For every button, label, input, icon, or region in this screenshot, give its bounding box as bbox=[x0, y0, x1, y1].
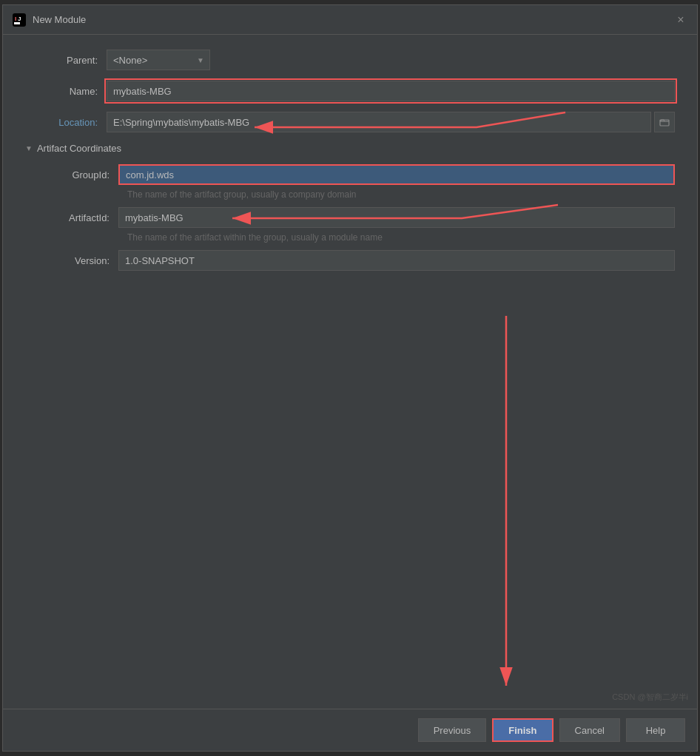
finish-button[interactable]: Finish bbox=[492, 718, 553, 742]
parent-label: Parent: bbox=[25, 55, 107, 66]
parent-row: Parent: <None> ▼ bbox=[25, 50, 675, 70]
section-title: Artifact Coordinates bbox=[37, 143, 121, 154]
dialog-title: New Module bbox=[33, 14, 86, 25]
watermark: CSDN @智商二岁半i bbox=[612, 692, 688, 703]
version-label: Version: bbox=[37, 255, 118, 266]
groupid-hint: The name of the artifact group, usually … bbox=[127, 189, 675, 200]
dialog-footer: Previous Finish Cancel Help bbox=[3, 709, 697, 751]
location-label: Location: bbox=[25, 117, 107, 128]
intellij-icon: I J bbox=[12, 13, 27, 27]
title-bar-left: I J New Module bbox=[12, 13, 86, 27]
dialog-content: Parent: <None> ▼ Name: Location: bbox=[3, 35, 697, 709]
svg-text:I: I bbox=[15, 16, 16, 22]
artifact-section-header: ▼ Artifact Coordinates bbox=[25, 143, 675, 154]
version-input[interactable] bbox=[118, 250, 675, 271]
location-input[interactable] bbox=[107, 112, 651, 132]
cancel-button[interactable]: Cancel bbox=[559, 718, 620, 742]
parent-dropdown[interactable]: <None> bbox=[107, 50, 210, 70]
name-input[interactable] bbox=[107, 81, 675, 101]
parent-dropdown-wrapper: <None> ▼ bbox=[107, 50, 210, 70]
previous-button[interactable]: Previous bbox=[418, 718, 487, 742]
help-button[interactable]: Help bbox=[626, 718, 685, 742]
close-button[interactable]: × bbox=[673, 13, 688, 27]
svg-rect-1 bbox=[14, 22, 20, 24]
section-content: GroupId: The name of the artifact group,… bbox=[25, 164, 675, 271]
version-row: Version: bbox=[37, 250, 675, 271]
artifactid-hint: The name of the artifact within the grou… bbox=[127, 232, 675, 243]
groupid-label: GroupId: bbox=[37, 169, 118, 180]
section-toggle-icon[interactable]: ▼ bbox=[25, 144, 33, 152]
annotation-arrows bbox=[3, 35, 697, 709]
svg-text:J: J bbox=[18, 16, 21, 22]
artifactid-input[interactable] bbox=[118, 207, 675, 228]
artifactid-row: ArtifactId: bbox=[37, 207, 675, 228]
groupid-row: GroupId: bbox=[37, 164, 675, 185]
artifactid-label: ArtifactId: bbox=[37, 212, 118, 223]
new-module-dialog: I J New Module × Parent: <None> ▼ Name: bbox=[2, 4, 698, 752]
title-bar: I J New Module × bbox=[3, 5, 697, 35]
name-label: Name: bbox=[25, 86, 107, 97]
name-row: Name: bbox=[25, 81, 675, 101]
location-wrapper bbox=[107, 112, 675, 132]
groupid-input[interactable] bbox=[118, 164, 675, 185]
location-row: Location: bbox=[25, 112, 675, 132]
browse-button[interactable] bbox=[654, 112, 675, 132]
